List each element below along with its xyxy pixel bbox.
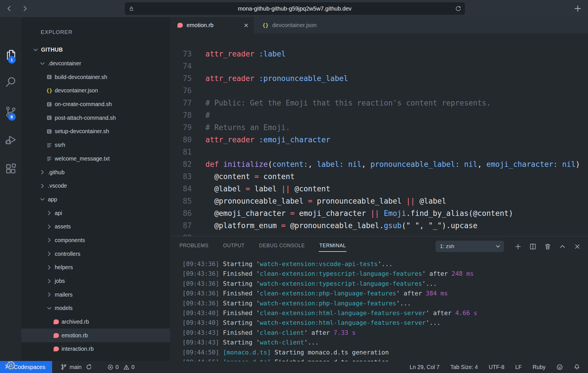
tree-item-jobs[interactable]: jobs [21, 274, 170, 288]
browser-chrome: mona-github-github-g59jpq2w5w7.github.de… [0, 0, 588, 17]
new-terminal-icon[interactable] [514, 243, 522, 250]
tree-item--devcontainer[interactable]: .devcontainer [21, 57, 170, 70]
panel-tab-terminal[interactable]: TERMINAL [319, 241, 346, 252]
tree-item-label: GITHUB [41, 46, 63, 53]
code-line-86[interactable]: 86 @emoji_character = emoji_character ||… [170, 207, 588, 220]
close-panel-icon[interactable] [574, 243, 581, 250]
line-number: 74 [170, 60, 192, 72]
reload-icon[interactable] [455, 6, 461, 12]
tab-devcontainer-json[interactable]: {} devcontainer.json [254, 17, 330, 33]
code-editor[interactable]: 73attr_reader :label7475attr_reader :pro… [170, 33, 588, 236]
tree-item-label: jobs [55, 278, 65, 284]
code-line-82[interactable]: 82def initialize(content:, label: nil, p… [170, 158, 588, 171]
browser-back-button[interactable] [6, 5, 13, 12]
terminal-picker-dropdown[interactable]: 1: zsh [436, 241, 504, 252]
new-tab-button[interactable] [574, 0, 582, 17]
chevron-down-icon [495, 243, 501, 250]
terminal-line: [09:43:36] Starting 'watch-extension:typ… [182, 279, 588, 289]
tree-item-label: mailers [55, 291, 73, 298]
code-line-74[interactable]: 74 [170, 60, 588, 72]
chevron-right-icon [46, 237, 52, 243]
chevron-down-icon [46, 305, 52, 311]
terminal-picker-label: 1: zsh [440, 243, 495, 250]
tree-item-api[interactable]: api [21, 206, 170, 220]
activity-extensions-button[interactable] [0, 163, 21, 175]
close-icon[interactable] [243, 22, 249, 29]
error-count: 0 [115, 364, 119, 370]
tree-item-build-devcontainer-sh[interactable]: build-devcontainer.sh [21, 70, 170, 84]
notifications-bell-icon[interactable] [574, 364, 580, 370]
branch-status[interactable]: main [61, 364, 92, 370]
code-line-80[interactable]: 80attr_reader :emoji_character [170, 134, 588, 146]
problems-status[interactable]: 0 0 [107, 364, 134, 370]
git-branch-icon [61, 364, 67, 370]
code-line-76[interactable]: 76 [170, 85, 588, 97]
tree-item-label: post-attach-command.sh [55, 115, 116, 121]
panel-tab-output[interactable]: OUTPUT [222, 241, 245, 252]
indent-setting[interactable]: Tab Size: 4 [450, 364, 478, 370]
eol-setting[interactable]: LF [515, 364, 522, 370]
code-line-83[interactable]: 83 @content = content [170, 171, 588, 183]
tree-item-label: setup-devcontainer.sh [55, 128, 109, 135]
code-line-87[interactable]: 87 @platform_enum = @pronounceable_label… [170, 220, 588, 232]
tree-item-controllers[interactable]: controllers [21, 247, 170, 261]
tree-item-github[interactable]: GITHUB [21, 43, 170, 57]
activity-search-button[interactable] [0, 76, 21, 88]
maximize-panel-icon[interactable] [559, 243, 566, 250]
tree-item-interaction-rb[interactable]: interaction.rb [21, 342, 170, 356]
tree-item-post-attach-command-sh[interactable]: post-attach-command.sh [21, 111, 170, 125]
code-line-73[interactable]: 73attr_reader :label [170, 48, 588, 60]
tree-item-components[interactable]: components [21, 234, 170, 247]
code-line-78[interactable]: 78# [170, 109, 588, 121]
tree-item-welcome-message-txt[interactable]: welcome_message.txt [21, 152, 170, 166]
kill-terminal-trash-icon[interactable] [544, 243, 551, 250]
tree-item-ssrh[interactable]: ssrh [21, 138, 170, 152]
tree-item-label: devcontainer.json [55, 87, 98, 94]
activity-run-debug-button[interactable] [0, 133, 21, 146]
panel-tabs: PROBLEMSOUTPUTDEBUG CONSOLETERMINAL [179, 241, 346, 252]
cursor-position[interactable]: Ln 29, Col 7 [410, 364, 440, 370]
tab-emotion-rb[interactable]: emotion.rb [170, 17, 254, 33]
tree-item-devcontainer-json[interactable]: {}devcontainer.json [21, 84, 170, 98]
tree-item--vscode[interactable]: .vscode [21, 179, 170, 193]
tree-item-app[interactable]: app [21, 193, 170, 206]
ruby-file-icon [54, 319, 59, 324]
code-text: @platform_enum = @pronounceable_label.gs… [205, 220, 477, 232]
tree-item-helpers[interactable]: helpers [21, 261, 170, 274]
tree-item-archived-rb[interactable]: archived.rb [21, 315, 170, 329]
code-line-79[interactable]: 79# Returns an Emoji. [170, 121, 588, 134]
code-line-75[interactable]: 75attr_reader :pronounceable_label [170, 72, 588, 85]
language-mode[interactable]: Ruby [532, 364, 546, 370]
tree-item-assets[interactable]: assets [21, 220, 170, 234]
activity-bar: 1 8 [0, 17, 21, 361]
terminal-output[interactable]: [09:43:36] Starting 'watch-extension:vsc… [170, 256, 588, 361]
tree-item-mailers[interactable]: mailers [21, 288, 170, 301]
code-line-77[interactable]: 77# Public: Get the Emoji that this reac… [170, 97, 588, 109]
tree-item-emotion-rb[interactable]: emotion.rb [21, 329, 170, 342]
explorer-badge: 1 [8, 56, 16, 64]
text-file-icon [46, 142, 52, 148]
tree-item--github[interactable]: .github [21, 165, 170, 179]
tree-item-models[interactable]: models [21, 301, 170, 315]
code-line-84[interactable]: 84 @label = label || @content [170, 183, 588, 195]
panel-tab-problems[interactable]: PROBLEMS [179, 241, 209, 252]
explorer-header: EXPLORER [21, 17, 170, 43]
code-text: # Returns an Emoji. [205, 121, 290, 134]
code-line-81[interactable]: 81 [170, 146, 588, 158]
tree-item-on-create-command-sh[interactable]: on-create-command.sh [21, 98, 170, 111]
code-text: @pronounceable_label = pronounceable_lab… [205, 195, 446, 207]
tree-item-setup-devcontainer-sh[interactable]: setup-devcontainer.sh [21, 125, 170, 138]
activity-explorer-button[interactable]: 1 [0, 48, 21, 61]
encoding-setting[interactable]: UTF-8 [489, 364, 504, 370]
code-line-85[interactable]: 85 @pronounceable_label = pronounceable_… [170, 195, 588, 207]
search-icon [5, 76, 17, 88]
feedback-smiley-icon[interactable] [556, 364, 563, 370]
panel-tab-debug-console[interactable]: DEBUG CONSOLE [259, 241, 305, 252]
tree-item-label: ssrh [55, 142, 65, 148]
address-bar[interactable]: mona-github-github-g59jpq2w5w7.github.de… [124, 2, 465, 15]
split-terminal-icon[interactable] [529, 243, 536, 250]
activity-source-control-button[interactable]: 8 [0, 106, 21, 118]
browser-forward-button[interactable] [21, 5, 28, 12]
code-line-88[interactable]: 88 [170, 232, 588, 236]
settings-gear-button[interactable] [0, 359, 21, 371]
